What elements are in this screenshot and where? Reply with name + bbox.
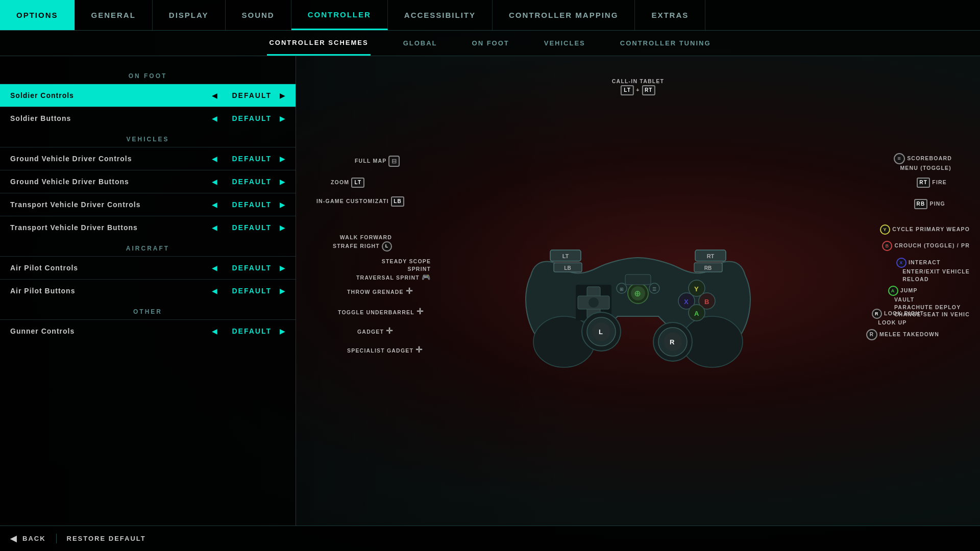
soldier-controls-value: DEFAULT xyxy=(232,91,272,99)
restore-default-button[interactable]: RESTORE DEFAULT xyxy=(67,535,156,542)
ground-driver-buttons-value: DEFAULT xyxy=(232,178,272,186)
gunner-controls-value: DEFAULT xyxy=(232,327,272,335)
ping-label: RB PING xyxy=(914,199,945,209)
in-game-custom-label: IN-GAME CUSTOMIZATI LB xyxy=(316,196,404,207)
air-pilot-buttons-label: Air Pilot Buttons xyxy=(10,287,212,295)
back-icon: ◀ xyxy=(10,534,17,543)
subnav-controller-schemes[interactable]: CONTROLLER SCHEMES xyxy=(267,31,370,56)
transport-driver-controls-value: DEFAULT xyxy=(232,201,272,209)
gunner-controls-arrow-right[interactable]: ▶ xyxy=(280,327,285,335)
transport-driver-buttons-arrow-left[interactable]: ◀ xyxy=(212,223,217,232)
transport-driver-controls-arrow-right[interactable]: ▶ xyxy=(280,201,285,209)
soldier-buttons-value: DEFAULT xyxy=(232,114,272,122)
scheme-row-ground-driver-controls[interactable]: Ground Vehicle Driver Controls ◀ DEFAULT… xyxy=(0,147,296,170)
section-header-other: OTHER xyxy=(0,302,296,319)
section-header-on-foot: ON FOOT xyxy=(0,66,296,84)
nav-controller-mapping[interactable]: CONTROLLER MAPPING xyxy=(493,0,635,30)
controller-svg: LT RT LB RB L xyxy=(516,194,761,388)
svg-text:RT: RT xyxy=(707,253,715,259)
scheme-row-soldier-controls[interactable]: Soldier Controls ◀ DEFAULT ▶ xyxy=(0,84,296,107)
svg-text:Y: Y xyxy=(694,285,699,293)
air-pilot-controls-label: Air Pilot Controls xyxy=(10,264,212,272)
air-pilot-controls-arrow-right[interactable]: ▶ xyxy=(280,264,285,272)
air-pilot-buttons-arrow-left[interactable]: ◀ xyxy=(212,287,217,295)
transport-driver-buttons-arrow-right[interactable]: ▶ xyxy=(280,223,285,232)
ground-driver-controls-arrow-left[interactable]: ◀ xyxy=(212,155,217,163)
sub-navigation: CONTROLLER SCHEMES GLOBAL ON FOOT VEHICL… xyxy=(0,31,980,56)
ground-driver-buttons-label: Ground Vehicle Driver Buttons xyxy=(10,178,212,186)
nav-display[interactable]: DISPLAY xyxy=(153,0,226,30)
back-button[interactable]: ◀ BACK xyxy=(10,534,57,543)
throw-grenade-label: THROW GRENADE ✛ xyxy=(347,286,413,297)
melee-takedown-label: R MELEE TAKEDOWN xyxy=(866,329,939,340)
controller-diagram-area: LT RT LB RB L xyxy=(296,56,980,525)
cycle-primary-label: Y CYCLE PRIMARY WEAPO xyxy=(880,224,970,235)
transport-driver-controls-arrow-left[interactable]: ◀ xyxy=(212,201,217,209)
scheme-row-gunner-controls[interactable]: Gunner Controls ◀ DEFAULT ▶ xyxy=(0,319,296,342)
subnav-controller-tuning[interactable]: CONTROLLER TUNING xyxy=(618,31,713,56)
svg-text:LB: LB xyxy=(564,265,571,271)
ground-driver-buttons-arrow-right[interactable]: ▶ xyxy=(280,178,285,186)
nav-controller[interactable]: CONTROLLER xyxy=(291,0,388,30)
scheme-row-air-pilot-controls[interactable]: Air Pilot Controls ◀ DEFAULT ▶ xyxy=(0,256,296,279)
svg-text:⊕: ⊕ xyxy=(634,289,641,298)
transport-driver-controls-label: Transport Vehicle Driver Controls xyxy=(10,201,212,209)
main-content: ON FOOT Soldier Controls ◀ DEFAULT ▶ Sol… xyxy=(0,56,980,525)
svg-text:☰: ☰ xyxy=(652,287,656,292)
zoom-label: ZOOM LT xyxy=(331,178,364,188)
ground-driver-controls-label: Ground Vehicle Driver Controls xyxy=(10,155,212,163)
svg-point-13 xyxy=(589,297,599,308)
soldier-buttons-label: Soldier Buttons xyxy=(10,114,212,122)
walk-forward-label: WALK FORWARD STRAFE RIGHT L xyxy=(333,234,392,252)
air-pilot-buttons-value: DEFAULT xyxy=(232,287,272,295)
call-in-tablet-label: CALL-IN TABLET LT + RT xyxy=(612,78,664,95)
svg-rect-37 xyxy=(625,274,651,285)
scheme-row-transport-driver-buttons[interactable]: Transport Vehicle Driver Buttons ◀ DEFAU… xyxy=(0,216,296,239)
nav-extras[interactable]: EXTRAS xyxy=(635,0,705,30)
nav-accessibility[interactable]: ACCESSIBILITY xyxy=(388,0,493,30)
nav-general[interactable]: GENERAL xyxy=(75,0,153,30)
specialist-gadget-label: SPECIALIST GADGET ✛ xyxy=(347,344,423,356)
crouch-label: B CROUCH (TOGGLE) / PR xyxy=(882,241,970,251)
scheme-row-transport-driver-controls[interactable]: Transport Vehicle Driver Controls ◀ DEFA… xyxy=(0,193,296,216)
fire-label: RT FIRE xyxy=(917,178,947,188)
soldier-controls-label: Soldier Controls xyxy=(10,91,212,99)
transport-driver-buttons-label: Transport Vehicle Driver Buttons xyxy=(10,223,212,232)
svg-text:LT: LT xyxy=(562,253,569,259)
soldier-controls-arrow-left[interactable]: ◀ xyxy=(212,91,217,99)
ground-driver-buttons-arrow-left[interactable]: ◀ xyxy=(212,178,217,186)
right-panel: LT RT LB RB L xyxy=(296,56,980,525)
soldier-buttons-arrow-left[interactable]: ◀ xyxy=(212,114,217,122)
subnav-global[interactable]: GLOBAL xyxy=(401,31,439,56)
subnav-vehicles[interactable]: VEHICLES xyxy=(542,31,587,56)
svg-text:X: X xyxy=(684,298,689,306)
look-right-label: R LOOK RIGHT LOOK UP xyxy=(872,309,924,327)
air-pilot-buttons-arrow-right[interactable]: ▶ xyxy=(280,287,285,295)
ground-driver-controls-arrow-right[interactable]: ▶ xyxy=(280,155,285,163)
scoreboard-label: ≡ SCOREBOARD MENU (TOGGLE) xyxy=(894,153,952,172)
air-pilot-controls-value: DEFAULT xyxy=(232,264,272,272)
subnav-on-foot[interactable]: ON FOOT xyxy=(470,31,511,56)
bottom-bar: ◀ BACK RESTORE DEFAULT xyxy=(0,525,980,551)
ground-driver-controls-value: DEFAULT xyxy=(232,155,272,163)
svg-text:B: B xyxy=(704,298,709,306)
svg-text:L: L xyxy=(599,328,603,336)
svg-text:A: A xyxy=(694,310,699,317)
soldier-controls-arrow-right[interactable]: ▶ xyxy=(280,91,285,99)
section-header-aircraft: AIRCRAFT xyxy=(0,239,296,256)
scheme-row-air-pilot-buttons[interactable]: Air Pilot Buttons ◀ DEFAULT ▶ xyxy=(0,279,296,302)
nav-sound[interactable]: SOUND xyxy=(226,0,291,30)
gunner-controls-label: Gunner Controls xyxy=(10,327,212,335)
air-pilot-controls-arrow-left[interactable]: ◀ xyxy=(212,264,217,272)
steady-scope-label: STEADY SCOPE SPRINT TRAVERSAL SPRINT 🎮 xyxy=(356,258,431,283)
svg-text:⊞: ⊞ xyxy=(620,287,624,292)
left-panel: ON FOOT Soldier Controls ◀ DEFAULT ▶ Sol… xyxy=(0,56,296,525)
interact-label: X INTERACT ENTER/EXIT VEHICLE RELOAD xyxy=(896,258,970,283)
section-header-vehicles: VEHICLES xyxy=(0,130,296,147)
scheme-row-soldier-buttons[interactable]: Soldier Buttons ◀ DEFAULT ▶ xyxy=(0,107,296,130)
nav-options[interactable]: OPTIONS xyxy=(0,0,75,30)
scheme-row-ground-driver-buttons[interactable]: Ground Vehicle Driver Buttons ◀ DEFAULT … xyxy=(0,170,296,193)
svg-text:RB: RB xyxy=(704,265,712,271)
gunner-controls-arrow-left[interactable]: ◀ xyxy=(212,327,217,335)
soldier-buttons-arrow-right[interactable]: ▶ xyxy=(280,114,285,122)
